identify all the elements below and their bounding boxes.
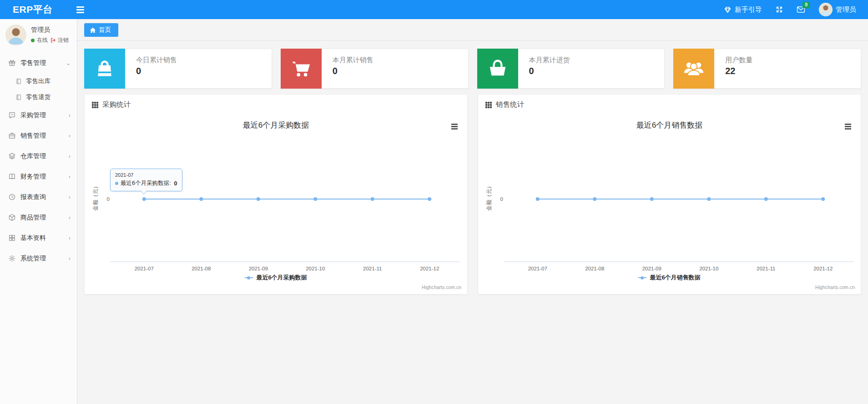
svg-text:2021-07: 2021-07: [135, 266, 154, 271]
journal-icon: [15, 78, 22, 85]
svg-text:2021-12: 2021-12: [420, 266, 439, 271]
legend-line-marker-icon: [638, 276, 646, 280]
sidebar-item-retail[interactable]: 零售管理 ⌄: [0, 53, 77, 73]
clock-icon: [8, 193, 16, 201]
chevron-left-icon: ‹: [69, 214, 71, 221]
stat-label: 本月累计进货: [529, 56, 570, 65]
username-label: 管理员: [836, 5, 856, 14]
grid-icon: [8, 234, 16, 242]
top-navbar: ERP平台 新手引导 0 管理员: [0, 0, 868, 19]
sidebar-item-system[interactable]: 系统管理 ‹: [0, 248, 77, 269]
svg-text:2021-09: 2021-09: [642, 266, 661, 271]
svg-text:2021-07: 2021-07: [528, 266, 547, 271]
chevron-left-icon: ‹: [69, 153, 71, 160]
chevron-left-icon: ‹: [69, 133, 71, 139]
th-grid-icon: [92, 102, 98, 108]
stat-card-user-count: 用户数量 22: [673, 49, 861, 89]
guide-button[interactable]: 新手引导: [724, 5, 762, 14]
guide-label: 新手引导: [735, 5, 762, 14]
sidebar-menu: 零售管理 ⌄ 零售出库 零售退货 采购管理 ‹ 销售管理: [0, 53, 77, 269]
series-marker-icon: [115, 182, 118, 185]
sidebar-item-basic-data[interactable]: 基本资料 ‹: [0, 228, 77, 248]
comment-icon: [8, 111, 16, 119]
logout-button[interactable]: 注销: [50, 36, 69, 44]
legend-item[interactable]: 最近6个月销售数据: [478, 274, 861, 282]
tabs-bar: 首页: [77, 19, 868, 41]
panel-title: 采购统计: [102, 100, 131, 110]
gem-icon: [724, 6, 732, 14]
chart-tooltip: 2021-07 最近6个月采购数据: 0: [110, 169, 182, 191]
messages-button[interactable]: 0: [797, 6, 805, 13]
stats-row: 今日累计销售 0 本月累计销售 0 本月累计进货 0: [84, 49, 861, 89]
fullscreen-button[interactable]: [776, 6, 783, 13]
gear-icon: [8, 254, 16, 262]
stat-card-month-sales: 本月累计销售 0: [281, 49, 469, 89]
stat-value: 0: [529, 66, 570, 76]
briefcase-icon: [8, 132, 16, 140]
gift-icon: [8, 59, 16, 67]
sidebar-item-finance[interactable]: 财务管理 ‹: [0, 166, 77, 187]
sidebar-toggle-icon[interactable]: [74, 4, 87, 16]
tab-home[interactable]: 首页: [84, 23, 118, 37]
legend-item[interactable]: 最近6个月采购数据: [85, 274, 467, 282]
svg-text:2021-11: 2021-11: [363, 266, 382, 271]
svg-text:2021-11: 2021-11: [757, 266, 775, 271]
svg-text:2021-08: 2021-08: [585, 266, 604, 271]
sidebar-item-warehouse[interactable]: 仓库管理 ‹: [0, 146, 77, 166]
shopping-basket-icon: [477, 49, 518, 89]
user-menu[interactable]: 管理员: [819, 3, 856, 16]
chevron-down-icon: ⌄: [66, 60, 71, 66]
stat-card-today-sales: 今日累计销售 0: [84, 49, 272, 89]
sign-out-icon: [50, 37, 56, 43]
stat-value: 22: [725, 66, 752, 76]
purchase-stats-panel: 采购统计 最近6个月采购数据 金额（元） 2021-07 最近6个月采购数据: …: [84, 94, 468, 294]
svg-text:2021-09: 2021-09: [249, 266, 268, 271]
chevron-left-icon: ‹: [69, 255, 71, 262]
th-grid-icon: [485, 102, 492, 108]
online-status-icon: [31, 39, 35, 42]
shopping-cart-icon: [281, 49, 322, 89]
purchase-chart: 最近6个月采购数据 金额（元） 2021-07 最近6个月采购数据: 0 最近6: [85, 115, 467, 294]
stat-label: 今日累计销售: [136, 56, 177, 65]
layers-icon: [8, 152, 16, 160]
sidebar-user-panel: 管理员 在线 注销: [0, 19, 77, 52]
svg-text:2021-12: 2021-12: [813, 266, 833, 271]
chevron-left-icon: ‹: [69, 235, 71, 241]
sidebar-item-reports[interactable]: 报表查询 ‹: [0, 187, 77, 207]
sidebar-item-retail-return[interactable]: 零售退货: [0, 89, 77, 105]
stat-label: 用户数量: [725, 56, 752, 65]
avatar: [5, 25, 26, 45]
svg-text:2021-10: 2021-10: [306, 266, 325, 271]
highcharts-credits[interactable]: Highcharts.com.cn: [422, 284, 461, 290]
stat-label: 本月累计销售: [333, 56, 373, 65]
sales-stats-panel: 销售统计 最近6个月销售数据 金额（元） 最近6个月销售数据 Highchart…: [478, 94, 861, 294]
logout-label: 注销: [58, 36, 69, 44]
sidebar: 管理员 在线 注销 零售管理 ⌄ 零售出库: [0, 19, 77, 404]
main-content: 首页 今日累计销售 0 本月累计销售 0: [77, 19, 868, 404]
shopping-bag-icon: [84, 49, 125, 89]
users-icon: [673, 49, 714, 89]
sidebar-item-goods[interactable]: 商品管理 ‹: [0, 207, 77, 228]
box-icon: [8, 214, 16, 221]
panel-title: 销售统计: [496, 100, 524, 110]
charts-row: 采购统计 最近6个月采购数据 金额（元） 2021-07 最近6个月采购数据: …: [84, 94, 861, 294]
chevron-left-icon: ‹: [69, 174, 71, 180]
svg-text:0: 0: [500, 196, 503, 202]
expand-icon: [776, 6, 783, 13]
sidebar-item-purchase[interactable]: 采购管理 ‹: [0, 105, 77, 125]
sales-chart: 最近6个月销售数据 金额（元） 最近6个月销售数据 Highcharts.com…: [478, 115, 861, 294]
stat-value: 0: [333, 66, 373, 76]
book-open-icon: [8, 173, 16, 180]
sidebar-item-sales[interactable]: 销售管理 ‹: [0, 125, 77, 146]
journal-icon: [15, 94, 22, 100]
highcharts-credits[interactable]: Highcharts.com.cn: [815, 284, 855, 290]
app-logo: ERP平台: [0, 3, 68, 16]
sidebar-item-retail-outbound[interactable]: 零售出库: [0, 73, 77, 89]
online-status-label: 在线: [37, 36, 48, 44]
chevron-left-icon: ‹: [69, 194, 71, 200]
svg-text:2021-08: 2021-08: [192, 266, 211, 271]
svg-text:0: 0: [107, 196, 110, 202]
avatar: [819, 3, 833, 16]
chevron-left-icon: ‹: [69, 112, 71, 119]
stat-value: 0: [136, 66, 177, 76]
